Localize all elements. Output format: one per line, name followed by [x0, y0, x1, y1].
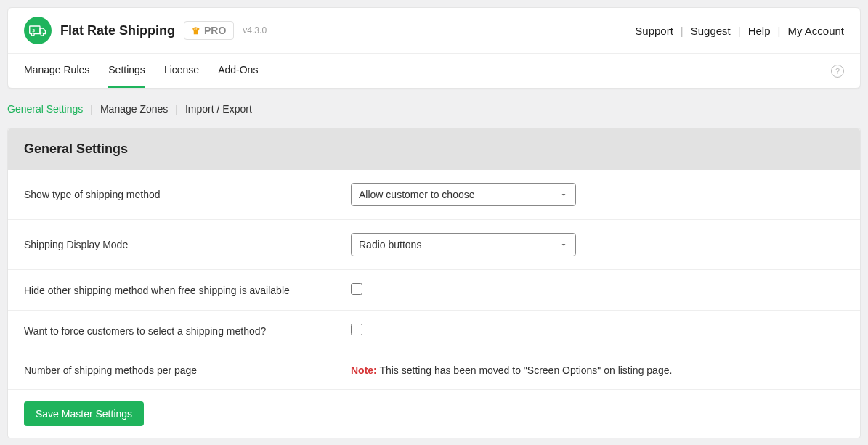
crown-icon: ♛ — [192, 25, 200, 36]
separator: | — [738, 25, 741, 37]
subtab-manage-zones[interactable]: Manage Zones — [100, 103, 168, 115]
setting-row-hide-other: Hide other shipping method when free shi… — [8, 270, 860, 311]
pro-badge: ♛ PRO — [184, 21, 234, 40]
separator: | — [681, 25, 684, 37]
setting-row-force-select: Want to force customers to select a ship… — [8, 311, 860, 351]
main-tabs: Manage Rules Settings License Add-Ons ? — [8, 54, 860, 88]
panel-title: General Settings — [8, 128, 860, 170]
suggest-link[interactable]: Suggest — [691, 25, 731, 37]
tab-addons[interactable]: Add-Ons — [218, 54, 258, 88]
header-card: $ Flat Rate Shipping ♛ PRO v4.3.0 Suppor… — [7, 7, 861, 89]
support-link[interactable]: Support — [635, 25, 673, 37]
separator: | — [90, 103, 93, 115]
app-logo-icon: $ — [24, 17, 52, 44]
save-button[interactable]: Save Master Settings — [24, 401, 144, 426]
setting-row-per-page: Number of shipping methods per page Note… — [8, 351, 860, 390]
hide-other-checkbox[interactable] — [351, 283, 362, 295]
header-top: $ Flat Rate Shipping ♛ PRO v4.3.0 Suppor… — [8, 8, 860, 54]
help-icon[interactable]: ? — [831, 65, 844, 78]
setting-label: Shipping Display Mode — [24, 239, 351, 250]
setting-label: Show type of shipping method — [24, 189, 351, 200]
separator: | — [778, 25, 781, 37]
header-right-links: Support | Suggest | Help | My Account — [635, 25, 844, 37]
show-type-select[interactable]: Allow customer to choose — [351, 183, 576, 206]
svg-rect-0 — [30, 26, 40, 34]
tab-settings[interactable]: Settings — [108, 54, 145, 88]
setting-label: Hide other shipping method when free shi… — [24, 285, 351, 296]
setting-row-display-mode: Shipping Display Mode Radio buttons — [8, 220, 860, 270]
separator: | — [175, 103, 178, 115]
setting-label: Want to force customers to select a ship… — [24, 325, 351, 337]
header-left: $ Flat Rate Shipping ♛ PRO v4.3.0 — [24, 17, 267, 44]
pro-label: PRO — [204, 25, 226, 36]
tab-license[interactable]: License — [164, 54, 199, 88]
subtab-import-export[interactable]: Import / Export — [185, 103, 252, 115]
settings-panel: General Settings Show type of shipping m… — [7, 128, 861, 438]
note-body: This setting has been moved to "Screen O… — [377, 364, 673, 376]
svg-point-1 — [31, 33, 34, 36]
help-link[interactable]: Help — [748, 25, 771, 37]
sub-tabs: General Settings | Manage Zones | Import… — [7, 103, 861, 128]
version-label: v4.3.0 — [243, 25, 267, 36]
setting-row-show-type: Show type of shipping method Allow custo… — [8, 170, 860, 220]
svg-text:$: $ — [33, 28, 36, 33]
subtab-general-settings[interactable]: General Settings — [7, 103, 83, 115]
svg-point-2 — [41, 33, 44, 36]
display-mode-select[interactable]: Radio buttons — [351, 233, 576, 256]
note-prefix: Note: — [351, 364, 377, 376]
note-text: Note: This setting has been moved to "Sc… — [351, 364, 672, 376]
panel-footer: Save Master Settings — [8, 390, 860, 438]
account-link[interactable]: My Account — [787, 25, 844, 37]
app-title: Flat Rate Shipping — [60, 23, 175, 38]
setting-label: Number of shipping methods per page — [24, 364, 351, 376]
force-select-checkbox[interactable] — [351, 324, 362, 335]
tab-manage-rules[interactable]: Manage Rules — [24, 54, 89, 88]
